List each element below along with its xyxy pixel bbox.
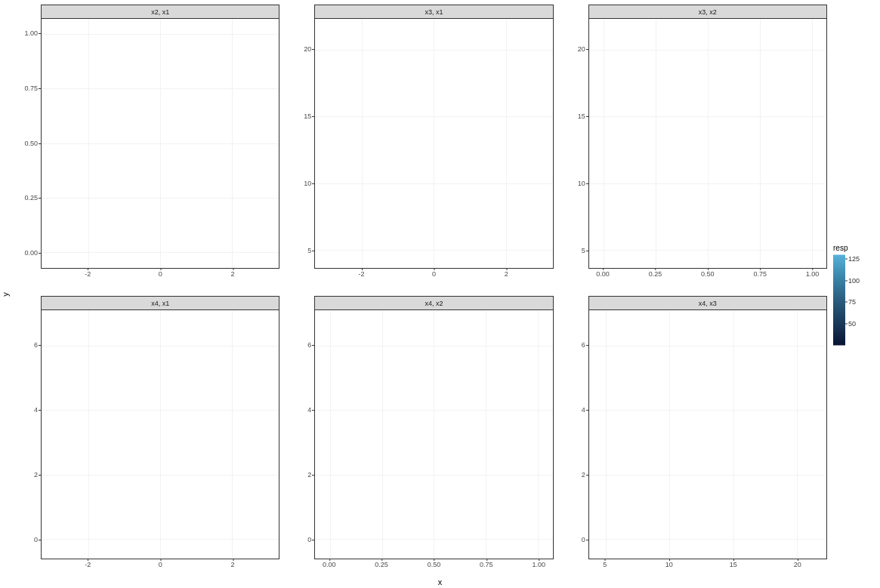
y-tick-label: 5 <box>582 247 585 254</box>
x-tick-label: 0.25 <box>375 561 388 568</box>
panel-canvas <box>314 309 553 560</box>
legend-body: 1251007550 <box>833 254 877 345</box>
panel-inner: 0246x4, x1 <box>21 296 279 560</box>
y-tick-label: 4 <box>582 406 585 414</box>
gridline-vertical <box>88 19 89 268</box>
panel-canvas <box>588 18 827 269</box>
y-tick-container: 5101520 <box>295 5 314 269</box>
legend-colorbar <box>833 254 845 345</box>
y-tick-label: 0 <box>34 536 38 543</box>
y-tick-label: 20 <box>304 45 311 53</box>
panel-body: x3, x1 <box>314 5 553 269</box>
y-tick-label: 6 <box>34 341 38 349</box>
panel-inner: 0246x4, x3 <box>569 296 827 560</box>
y-tick-label: 0.00 <box>24 249 38 257</box>
gridline-horizontal <box>589 410 826 411</box>
x-tick-label: 0 <box>159 561 162 568</box>
y-tick-label: 10 <box>578 180 585 187</box>
panel-canvas <box>588 309 827 560</box>
facet-panel: 5101520x3, x1-202 <box>295 5 553 282</box>
gridline-vertical <box>797 310 798 559</box>
x-tick-label: 2 <box>231 270 235 278</box>
legend-ticks: 1251007550 <box>848 254 877 345</box>
y-axis-label: y <box>1 292 10 297</box>
y-tick-label: 0.50 <box>24 140 38 147</box>
x-tick-label: 0.75 <box>753 270 767 278</box>
x-tick-label: 0.50 <box>701 270 715 278</box>
y-tick-container: 0246 <box>295 296 314 560</box>
gridline-vertical <box>812 19 813 268</box>
x-tick-container: -202 <box>41 269 279 282</box>
gridline-vertical <box>232 19 233 268</box>
y-tick-container: 0.000.250.500.751.00 <box>21 5 41 269</box>
y-tick-label: 15 <box>578 112 585 120</box>
y-tick-label: 20 <box>578 45 585 53</box>
facet-panel: 0246x4, x35101520 <box>569 296 827 574</box>
y-tick-label: 2 <box>34 471 38 479</box>
x-tick-label: 0.75 <box>480 561 493 568</box>
x-tick-label: 10 <box>665 561 673 568</box>
gridline-horizontal <box>589 346 826 346</box>
chart-wrapper: y x 0.000.250.500.751.00x2, x1-202510152… <box>0 0 880 588</box>
gridline-vertical <box>656 19 656 268</box>
gridline-vertical <box>486 310 486 559</box>
gridline-vertical <box>330 310 331 559</box>
y-tick-container: 5101520 <box>569 5 588 269</box>
gridline-vertical <box>434 310 434 559</box>
y-tick-label: 0.25 <box>24 194 38 202</box>
gridline-vertical <box>760 19 761 268</box>
legend-tick-label: 100 <box>848 276 860 284</box>
legend-title: resp <box>833 243 877 251</box>
x-tick-label: 5 <box>603 561 607 568</box>
x-tick-container: 0.000.250.500.751.00 <box>314 559 553 573</box>
gridline-horizontal <box>589 539 826 540</box>
x-tick-label: 0.25 <box>649 270 662 278</box>
panel-body: x4, x3 <box>588 296 827 560</box>
panel-strip: x2, x1 <box>41 5 279 18</box>
facet-panel: 0.000.250.500.751.00x2, x1-202 <box>21 5 279 282</box>
gridline-vertical <box>538 310 539 559</box>
legend: resp 1251007550 <box>833 243 877 345</box>
panel-body: x4, x1 <box>41 296 279 560</box>
gridline-vertical <box>160 19 161 268</box>
x-tick-container: 5101520 <box>588 559 827 573</box>
gridline-vertical <box>669 310 670 559</box>
x-tick-label: 2 <box>231 561 235 568</box>
y-tick-label: 10 <box>304 180 311 187</box>
x-tick-label: 1.00 <box>806 270 820 278</box>
gridline-vertical <box>382 310 383 559</box>
y-tick-label: 0.75 <box>24 85 38 92</box>
facet-panel: 0246x4, x20.000.250.500.751.00 <box>295 296 553 574</box>
legend-tick-label: 50 <box>848 319 856 327</box>
y-tick-label: 2 <box>307 471 311 479</box>
y-tick-container: 0246 <box>569 296 588 560</box>
panel-strip: x3, x1 <box>314 5 553 18</box>
gridline-vertical <box>733 310 734 559</box>
y-tick-label: 5 <box>307 247 311 254</box>
x-tick-label: 1.00 <box>532 561 545 568</box>
y-tick-container: 0246 <box>21 296 41 560</box>
x-tick-label: 2 <box>505 270 508 278</box>
y-tick-label: 2 <box>582 471 585 479</box>
panel-inner: 0246x4, x2 <box>295 296 553 560</box>
y-tick-label: 6 <box>582 341 585 349</box>
facet-panel: 0246x4, x1-202 <box>21 296 279 574</box>
panel-canvas <box>41 18 279 269</box>
panel-canvas <box>314 18 553 269</box>
panel-canvas <box>41 309 279 560</box>
legend-tick-label: 75 <box>848 298 856 306</box>
y-tick-label: 4 <box>34 406 38 414</box>
gridline-vertical <box>604 19 604 268</box>
panel-body: x2, x1 <box>41 5 279 269</box>
panel-body: x3, x2 <box>588 5 827 269</box>
gridline-vertical <box>506 19 507 268</box>
x-tick-label: -2 <box>359 270 365 278</box>
x-tick-label: 15 <box>730 561 737 568</box>
x-tick-container: -202 <box>314 269 553 282</box>
gridline-vertical <box>362 19 363 268</box>
gridline-horizontal <box>589 475 826 476</box>
panel-body: x4, x2 <box>314 296 553 560</box>
panel-inner: 5101520x3, x1 <box>295 5 553 269</box>
panel-strip: x4, x1 <box>41 296 279 309</box>
panel-strip: x4, x3 <box>588 296 827 309</box>
